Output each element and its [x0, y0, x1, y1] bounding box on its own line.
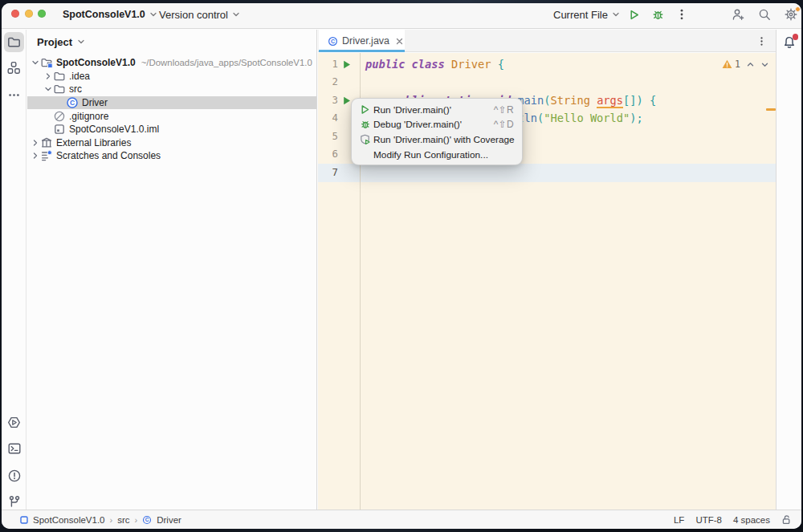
java-class-icon: C: [328, 36, 338, 47]
folder-icon: [53, 70, 66, 83]
unlock-icon[interactable]: [781, 514, 792, 525]
breadcrumbs: SpotConsoleV1.0 › src › C Driver: [2, 515, 181, 525]
tree-row-external-libraries[interactable]: External Libraries: [27, 136, 316, 150]
line-number: 1: [318, 55, 338, 74]
debug-icon: [651, 8, 665, 22]
run-button[interactable]: [624, 5, 643, 24]
tool-services-button[interactable]: [4, 412, 24, 433]
line-number: 3: [318, 91, 338, 110]
desktop-background: SpotConsoleV1.0 Version control Current …: [0, 0, 803, 532]
tool-problems-button[interactable]: [4, 466, 24, 486]
breadcrumb-src[interactable]: src: [117, 515, 129, 525]
run-icon: [360, 104, 370, 115]
chevron-down-icon: [612, 10, 620, 18]
zoom-window-button[interactable]: [38, 10, 46, 18]
svg-text:C: C: [70, 99, 75, 107]
settings-badge: [795, 6, 801, 12]
line-number: 4: [318, 109, 338, 128]
menu-item-debug[interactable]: Debug 'Driver.main()' ^⇧D: [352, 117, 522, 132]
vcs-widget[interactable]: Version control: [159, 3, 240, 26]
run-icon: [627, 8, 641, 22]
tool-project-button[interactable]: [4, 32, 24, 52]
library-icon: [40, 136, 53, 149]
tree-row-src-folder[interactable]: src: [27, 83, 316, 96]
chevron-up-icon[interactable]: [746, 60, 755, 69]
folder-icon: [6, 35, 22, 50]
chevron-down-icon[interactable]: [760, 60, 769, 69]
notification-badge: [793, 34, 799, 40]
structure-icon: [7, 61, 21, 75]
vcs-widget-label: Version control: [159, 9, 228, 21]
inspections-widget[interactable]: 1: [722, 59, 769, 70]
search-icon: [757, 7, 772, 22]
tab-driver-java[interactable]: C Driver.java: [319, 30, 405, 52]
project-panel-header[interactable]: Project: [27, 30, 316, 54]
scrollbar-warning-mark[interactable]: [766, 108, 776, 111]
tree-label: SpotConsoleV1.0.iml: [69, 124, 159, 135]
menu-item-shortcut: ^⇧R: [494, 104, 514, 116]
status-encoding[interactable]: UTF-8: [695, 515, 722, 525]
search-everywhere-button[interactable]: [755, 5, 774, 24]
tool-structure-button[interactable]: [4, 58, 24, 78]
tree-row-project-root[interactable]: SpotConsoleV1.0 ~/Downloads/java_apps/Sp…: [27, 56, 316, 70]
folder-icon: [53, 83, 66, 95]
debug-button[interactable]: [648, 5, 667, 24]
more-dots-icon: [7, 88, 21, 102]
chevron-down-icon: [232, 10, 240, 18]
chevron-collapsed-icon: [31, 139, 39, 147]
git-branch-icon: [7, 494, 22, 509]
settings-button[interactable]: [781, 5, 801, 24]
menu-item-run[interactable]: Run 'Driver.main()' ^⇧R: [352, 103, 522, 118]
chevron-expanded-icon: [31, 59, 39, 67]
more-actions-button[interactable]: [672, 5, 691, 24]
run-configuration-widget[interactable]: Current File: [553, 3, 620, 26]
project-tool-window: Project SpotConsoleV1.0 ~/Downloads/java…: [27, 30, 317, 510]
svg-text:C: C: [331, 39, 335, 44]
run-gutter-icon[interactable]: [343, 96, 351, 105]
tree-project-path: ~/Downloads/java_apps/SpotConsoleV1.0: [141, 58, 312, 67]
problems-icon: [7, 469, 22, 483]
debug-icon: [360, 119, 371, 130]
tree-row-iml-file[interactable]: SpotConsoleV1.0.iml: [27, 123, 316, 136]
menu-item-label: Debug 'Driver.main()': [373, 119, 462, 130]
code-with-me-button[interactable]: [728, 5, 748, 24]
tab-options-button[interactable]: [756, 30, 767, 52]
warning-count: 1: [735, 59, 740, 70]
menu-item-run-coverage[interactable]: Run 'Driver.main()' with Coverage: [352, 132, 522, 148]
tree-row-idea-folder[interactable]: .idea: [27, 70, 316, 83]
breadcrumb-driver[interactable]: Driver: [157, 515, 181, 525]
chevron-down-icon: [149, 10, 157, 18]
line-number-current: 7: [318, 164, 338, 182]
tree-row-driver-class[interactable]: C Driver: [27, 96, 316, 110]
warning-icon: [722, 59, 732, 69]
breadcrumb-project[interactable]: SpotConsoleV1.0: [33, 515, 105, 525]
tool-version-control-button[interactable]: [4, 492, 24, 512]
tool-terminal-button[interactable]: [4, 439, 24, 459]
java-class-icon: C: [142, 515, 152, 525]
tree-label: Scratches and Consoles: [56, 150, 161, 161]
run-context-menu: Run 'Driver.main()' ^⇧R Debug 'Driver.ma…: [351, 98, 523, 165]
notifications-button[interactable]: [782, 35, 797, 50]
tree-label: SpotConsoleV1.0: [56, 57, 136, 68]
minimize-window-button[interactable]: [25, 10, 33, 18]
chevron-expanded-icon: [44, 85, 52, 93]
add-user-icon: [731, 7, 745, 22]
status-indent[interactable]: 4 spaces: [733, 515, 770, 525]
tab-close-button[interactable]: [396, 38, 403, 45]
chevron-collapsed-icon: [44, 72, 52, 80]
close-icon: [396, 38, 403, 45]
java-class-icon: C: [66, 96, 79, 109]
menu-item-shortcut: ^⇧D: [494, 119, 514, 130]
status-line-ending[interactable]: LF: [674, 515, 684, 525]
tree-row-scratches[interactable]: Scratches and Consoles: [27, 149, 316, 163]
menu-item-label: Run 'Driver.main()' with Coverage: [373, 134, 515, 145]
left-tool-stripe: [2, 30, 26, 510]
project-widget[interactable]: SpotConsoleV1.0: [63, 3, 157, 26]
menu-item-modify-config[interactable]: Modify Run Configuration...: [352, 147, 522, 162]
tree-label: External Libraries: [56, 137, 131, 148]
code-line: public class Driver {: [365, 55, 504, 74]
run-gutter-icon[interactable]: [343, 60, 351, 69]
tool-more-button[interactable]: [4, 85, 24, 105]
tree-row-gitignore[interactable]: .gitignore: [27, 109, 316, 123]
close-window-button[interactable]: [11, 10, 19, 18]
